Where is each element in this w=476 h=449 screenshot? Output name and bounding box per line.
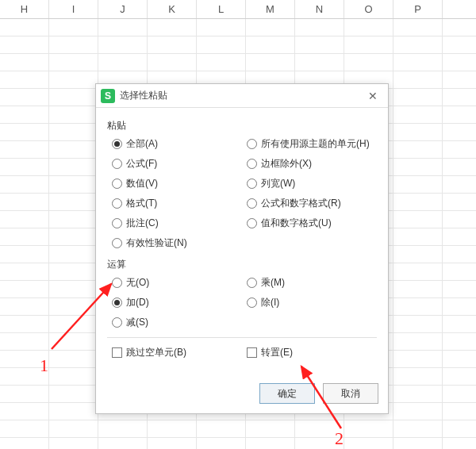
radio-all[interactable]: 全部(A) <box>112 137 247 151</box>
radio-validation[interactable]: 有效性验证(N) <box>112 236 247 250</box>
cancel-button[interactable]: 取消 <box>323 383 378 404</box>
radio-values[interactable]: 数值(V) <box>112 177 247 190</box>
radio-label: 加(D) <box>126 296 149 309</box>
radio-icon <box>112 218 122 228</box>
col-header[interactable]: J <box>98 0 148 18</box>
checkbox-skip-blanks[interactable]: 跳过空单元(B) <box>112 346 247 359</box>
radio-divide[interactable]: 除(I) <box>247 296 390 309</box>
radio-label: 除(I) <box>261 296 279 309</box>
checkbox-label: 跳过空单元(B) <box>126 346 186 359</box>
radio-none[interactable]: 无(O) <box>112 276 247 290</box>
radio-icon <box>247 198 257 209</box>
radio-label: 公式和数字格式(R) <box>261 197 341 210</box>
col-header[interactable]: N <box>295 0 344 18</box>
radio-col-widths[interactable]: 列宽(W) <box>247 177 390 190</box>
radio-subtract[interactable]: 减(S) <box>112 316 247 329</box>
radio-label: 有效性验证(N) <box>126 236 187 250</box>
annotation-label-2: 2 <box>335 428 344 449</box>
checkbox-row: 跳过空单元(B) 转置(E) <box>112 346 377 359</box>
col-header[interactable]: M <box>246 0 295 18</box>
radio-label: 所有使用源主题的单元(H) <box>261 137 370 151</box>
radio-icon <box>247 218 257 228</box>
radio-icon <box>112 317 122 328</box>
radio-icon <box>247 278 257 288</box>
dialog-title: 选择性粘贴 <box>120 89 363 102</box>
radio-label: 全部(A) <box>126 137 158 151</box>
radio-icon <box>112 178 122 189</box>
dialog-buttons: 确定 取消 <box>96 377 388 413</box>
radio-all-source-theme[interactable]: 所有使用源主题的单元(H) <box>247 137 390 151</box>
radio-except-borders[interactable]: 边框除外(X) <box>247 157 390 171</box>
col-header[interactable]: O <box>344 0 393 18</box>
radio-multiply[interactable]: 乘(M) <box>247 276 390 290</box>
operation-group-label: 运算 <box>107 258 377 271</box>
col-header[interactable]: P <box>393 0 443 18</box>
radio-label: 乘(M) <box>261 276 285 290</box>
radio-icon <box>112 238 122 248</box>
radio-label: 批注(C) <box>126 217 159 230</box>
radio-icon <box>112 278 122 288</box>
radio-icon <box>112 198 122 209</box>
radio-label: 边框除外(X) <box>261 157 312 171</box>
radio-comments[interactable]: 批注(C) <box>112 217 247 230</box>
close-icon: ✕ <box>368 90 378 102</box>
checkbox-transpose[interactable]: 转置(E) <box>247 346 390 359</box>
radio-formulas-numfmt[interactable]: 公式和数字格式(R) <box>247 197 390 210</box>
app-icon: S <box>101 89 115 103</box>
paste-special-dialog: S 选择性粘贴 ✕ 粘贴 全部(A) 所有使用源主题的单元(H) 公式(F) 边… <box>95 83 389 414</box>
radio-label: 无(O) <box>126 276 149 290</box>
radio-label: 格式(T) <box>126 197 157 210</box>
checkbox-label: 转置(E) <box>261 346 293 359</box>
radio-label: 列宽(W) <box>261 177 295 190</box>
checkbox-icon <box>247 347 257 358</box>
radio-label: 公式(F) <box>126 157 157 171</box>
col-header[interactable]: I <box>49 0 98 18</box>
close-button[interactable]: ✕ <box>363 87 383 105</box>
radio-icon <box>112 139 122 149</box>
dialog-titlebar: S 选择性粘贴 ✕ <box>96 84 388 108</box>
radio-icon <box>112 297 122 308</box>
column-headers-row: H I J K L M N O P <box>0 0 476 19</box>
annotation-label-1: 1 <box>40 355 48 376</box>
radio-formulas[interactable]: 公式(F) <box>112 157 247 171</box>
paste-group-label: 粘贴 <box>107 119 377 132</box>
radio-icon <box>247 159 257 169</box>
radio-formats[interactable]: 格式(T) <box>112 197 247 210</box>
radio-icon <box>112 159 122 169</box>
radio-add[interactable]: 加(D) <box>112 296 247 309</box>
operation-options: 无(O) 乘(M) 加(D) 除(I) 减(S) <box>112 276 377 329</box>
col-header[interactable]: K <box>148 0 197 18</box>
radio-label: 数值(V) <box>126 177 158 190</box>
radio-values-numfmt[interactable]: 值和数字格式(U) <box>247 217 390 230</box>
radio-icon <box>247 139 257 149</box>
radio-icon <box>247 297 257 308</box>
col-header[interactable]: L <box>197 0 246 18</box>
ok-button[interactable]: 确定 <box>259 383 315 404</box>
checkbox-icon <box>112 347 122 358</box>
radio-label: 减(S) <box>126 316 148 329</box>
radio-label: 值和数字格式(U) <box>261 217 332 230</box>
col-header[interactable]: H <box>0 0 49 18</box>
radio-icon <box>247 178 257 189</box>
divider <box>107 337 377 338</box>
paste-options: 全部(A) 所有使用源主题的单元(H) 公式(F) 边框除外(X) 数值(V) … <box>112 137 377 250</box>
